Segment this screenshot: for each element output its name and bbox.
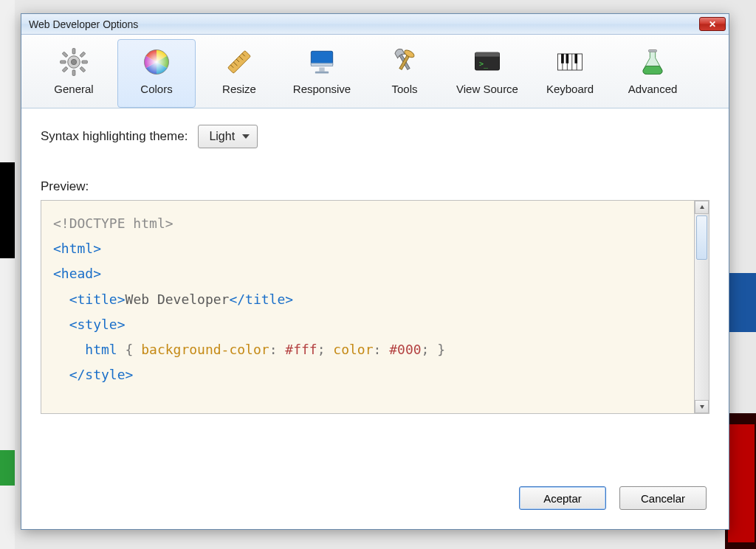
svg-rect-3	[72, 70, 75, 75]
svg-rect-26	[475, 52, 500, 57]
svg-rect-8	[80, 52, 86, 58]
close-icon: ✕	[709, 19, 716, 30]
cancel-button[interactable]: Cancelar	[619, 486, 707, 510]
svg-point-24	[403, 49, 415, 59]
flask-icon	[635, 44, 670, 80]
theme-label: Syntax highlighting theme:	[41, 129, 188, 144]
tab-label: Responsive	[293, 83, 351, 95]
svg-text:>_: >_	[479, 60, 489, 69]
dialog-buttons: Aceptar Cancelar	[519, 486, 707, 510]
chevron-down-icon	[242, 134, 250, 139]
tab-advanced[interactable]: Advanced	[614, 39, 692, 108]
scroll-down-icon[interactable]	[695, 400, 709, 413]
options-dialog: Web Developer Options ✕ General	[21, 13, 729, 530]
tab-keyboard[interactable]: Keyboard	[531, 39, 609, 108]
tab-label: General	[54, 83, 93, 95]
terminal-icon: >_	[470, 44, 505, 80]
piano-icon	[552, 44, 588, 80]
svg-rect-20	[319, 67, 324, 71]
tab-label: Tools	[391, 83, 417, 95]
svg-rect-36	[649, 50, 657, 52]
tab-label: Resize	[222, 83, 256, 95]
tab-general[interactable]: General	[35, 39, 113, 108]
close-button[interactable]: ✕	[699, 17, 726, 31]
code-preview: <!DOCTYPE html> <html> <head> <title>Web…	[41, 200, 695, 414]
theme-select[interactable]: Light	[198, 125, 258, 148]
svg-rect-2	[72, 49, 75, 54]
svg-rect-6	[62, 52, 68, 58]
tab-resize[interactable]: Resize	[200, 39, 278, 108]
preview-label: Preview:	[41, 179, 709, 194]
tab-label: Colors	[140, 83, 172, 95]
svg-rect-21	[315, 72, 329, 74]
svg-rect-34	[566, 54, 569, 63]
gear-icon	[56, 44, 92, 80]
scroll-thumb[interactable]	[696, 215, 707, 260]
scroll-up-icon[interactable]	[695, 201, 709, 214]
svg-rect-35	[574, 54, 577, 63]
color-wheel-icon	[139, 44, 174, 80]
svg-rect-33	[561, 54, 564, 63]
svg-point-1	[71, 59, 76, 64]
accept-button[interactable]: Aceptar	[519, 486, 606, 510]
tab-content: Syntax highlighting theme: Light Preview…	[21, 108, 729, 414]
tab-responsive[interactable]: Responsive	[283, 39, 361, 108]
svg-rect-4	[61, 61, 66, 63]
tab-label: Keyboard	[546, 83, 594, 95]
tools-icon	[387, 44, 422, 80]
monitor-icon	[304, 44, 340, 80]
svg-rect-19	[311, 63, 332, 66]
dialog-title: Web Developer Options	[29, 18, 138, 30]
svg-rect-9	[62, 66, 68, 72]
tab-label: View Source	[456, 83, 518, 95]
ruler-icon	[221, 44, 257, 80]
tab-toolbar: General Colors	[21, 35, 729, 108]
theme-value: Light	[209, 130, 235, 143]
tab-tools[interactable]: Tools	[365, 39, 444, 108]
titlebar[interactable]: Web Developer Options ✕	[21, 14, 729, 35]
tab-colors[interactable]: Colors	[117, 39, 196, 108]
tab-view-source[interactable]: >_ View Source	[448, 39, 526, 108]
preview-scrollbar[interactable]	[695, 200, 709, 414]
svg-rect-5	[82, 61, 87, 63]
svg-rect-7	[80, 66, 86, 72]
tab-label: Advanced	[628, 83, 678, 95]
